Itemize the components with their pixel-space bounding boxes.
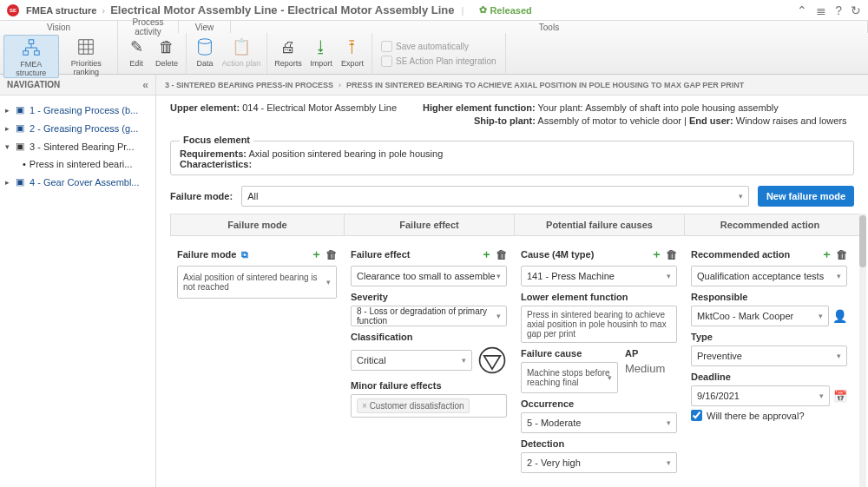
failure-mode-label: Failure mode — [177, 249, 236, 260]
severity-select[interactable]: 8 - Loss or degradation of primary funct… — [351, 306, 507, 326]
tree-item-4[interactable]: ▸▣4 - Gear Cover Assembl... — [3, 173, 152, 191]
approval-label: Will there be approval? — [707, 411, 805, 421]
recommended-action-select[interactable]: Qualification acceptance tests — [691, 266, 847, 286]
lower-function-input[interactable]: Press in sintered bearing to achieve axi… — [521, 306, 677, 343]
ap-value: Medium — [625, 362, 677, 375]
nav-title: NAVIGATION — [7, 80, 60, 89]
delete-button[interactable]: 🗑 Delete — [151, 35, 182, 68]
cause-select[interactable]: 141 - Press Machine — [521, 266, 677, 286]
end-user-value: Window raises and lowers — [736, 115, 847, 126]
grid-icon — [59, 36, 114, 57]
delete-action-icon[interactable]: 🗑 — [836, 248, 847, 261]
label: Edit — [122, 59, 151, 68]
database-icon — [190, 36, 220, 57]
collapse-nav-icon[interactable]: « — [142, 79, 148, 91]
recommended-action-label: Recommended action — [691, 249, 790, 260]
detection-select[interactable]: 2 - Very high — [521, 452, 677, 473]
ribbon-tab-process: Process activity — [118, 21, 179, 33]
hierarchy-icon — [4, 37, 58, 58]
focus-legend: Focus element — [180, 135, 253, 145]
add-mode-icon[interactable]: ＋ — [311, 247, 322, 262]
type-select[interactable]: Preventive — [691, 346, 847, 366]
link-icon[interactable]: ⧉ — [241, 249, 248, 260]
classification-select[interactable]: Critical — [351, 350, 472, 371]
occurrence-select[interactable]: 5 - Moderate — [521, 412, 677, 433]
tree-item-1[interactable]: ▸▣1 - Greasing Process (b... — [3, 101, 152, 119]
process-icon: ▣ — [16, 122, 26, 134]
deadline-label: Deadline — [691, 372, 847, 382]
process-icon: ▣ — [16, 141, 26, 152]
upper-element-value: 014 - Electrical Motor Assembly Line — [242, 102, 397, 113]
focus-element-box: Focus element Requirements: Axial positi… — [170, 141, 854, 175]
your-plant-value: Assembly of shaft into pole housing asse… — [585, 102, 779, 113]
ribbon: Vision Process activity View Tools FMEA … — [0, 21, 868, 75]
import-button[interactable]: ⭳ Import — [306, 35, 337, 68]
import-icon: ⭳ — [306, 36, 337, 57]
scrollbar-thumb[interactable] — [859, 215, 866, 267]
breadcrumb-root[interactable]: FMEA structure — [26, 5, 97, 16]
requirements-label: Requirements: — [180, 148, 247, 159]
label: FMEA structure — [4, 60, 58, 77]
deadline-input[interactable]: 9/16/2021 — [691, 385, 830, 406]
calendar-icon[interactable]: 📅 — [833, 390, 847, 403]
label: Import — [306, 59, 337, 68]
se-action-checkbox[interactable]: SE Action Plan integration — [376, 54, 502, 69]
help-icon[interactable]: ? — [835, 3, 842, 17]
label: Reports — [271, 59, 306, 68]
your-plant-label: Your plant: — [537, 102, 582, 113]
label: Priorities ranking — [59, 59, 114, 76]
save-auto-checkbox[interactable]: Save automatically — [376, 39, 474, 54]
gear-icon: ✿ — [479, 4, 487, 16]
approval-checkbox[interactable] — [691, 410, 702, 421]
tree-item-3-child[interactable]: •Press in sintered beari... — [3, 155, 152, 173]
minor-effects-input[interactable]: × Customer dissatisfaction — [351, 394, 507, 418]
delete-mode-icon[interactable]: 🗑 — [326, 248, 337, 261]
process-icon: ▣ — [16, 176, 26, 188]
chevron-right-icon: › — [339, 81, 341, 89]
export-button[interactable]: ⭱ Export — [337, 35, 368, 68]
chevron-right-icon: › — [102, 5, 106, 16]
failure-effect-label: Failure effect — [351, 249, 410, 260]
svg-rect-1 — [23, 51, 28, 56]
tree-item-3[interactable]: ▾▣3 - Sintered Bearing Pr... — [3, 137, 152, 155]
tree-item-2[interactable]: ▸▣2 - Greasing Process (g... — [3, 119, 152, 137]
ribbon-tab-tools: Tools — [231, 21, 868, 33]
failure-mode-input[interactable]: Axial position of sintered bearing is no… — [177, 266, 337, 299]
new-failure-mode-button[interactable]: New failure mode — [758, 186, 854, 207]
ribbon-tab-view: View — [179, 21, 231, 33]
clipboard-icon: 📋 — [220, 36, 263, 57]
col-failure-effect: Failure effect — [345, 214, 515, 235]
critical-target-icon — [477, 346, 507, 375]
col-recommended: Recommended action — [685, 214, 855, 235]
reports-button[interactable]: 🖨 Reports — [271, 35, 306, 68]
add-action-icon[interactable]: ＋ — [821, 247, 832, 262]
failure-mode-filter-label: Failure mode: — [170, 191, 233, 201]
label: Data — [190, 59, 220, 68]
classification-label: Classification — [351, 332, 507, 342]
failure-cause-input[interactable]: Machine stops before reaching final — [521, 362, 618, 393]
status-badge: ✿ Released — [479, 4, 531, 16]
list-icon[interactable]: ≣ — [816, 3, 826, 17]
delete-cause-icon[interactable]: 🗑 — [666, 248, 677, 261]
refresh-icon[interactable]: ↻ — [851, 3, 861, 17]
failure-mode-filter-dropdown[interactable]: All — [241, 186, 749, 207]
ship-to-value: Assembly of motor to vehicle door — [537, 115, 681, 126]
detection-label: Detection — [521, 438, 677, 449]
fmea-structure-button[interactable]: FMEA structure — [3, 35, 59, 78]
lower-function-label: Lower element function — [521, 292, 677, 302]
characteristics-label: Characteristics: — [180, 159, 252, 169]
label: Export — [337, 59, 368, 68]
add-cause-icon[interactable]: ＋ — [651, 247, 662, 262]
failure-effect-select[interactable]: Clearance too small to assemble — [351, 266, 507, 286]
cause-label: Cause (4M type) — [521, 249, 594, 260]
failure-cause-label: Failure cause — [521, 348, 618, 359]
data-button[interactable]: Data — [190, 35, 220, 68]
responsible-select[interactable]: MktCoo - Mark Cooper — [691, 306, 829, 326]
add-effect-icon[interactable]: ＋ — [481, 247, 492, 262]
person-icon[interactable]: 👤 — [832, 309, 847, 323]
edit-button[interactable]: ✎ Edit — [122, 35, 151, 68]
delete-effect-icon[interactable]: 🗑 — [496, 248, 507, 261]
ship-to-label: Ship-to plant: — [474, 115, 536, 126]
collapse-up-icon[interactable]: ⌃ — [797, 3, 807, 17]
priorities-button[interactable]: Priorities ranking — [59, 35, 114, 76]
